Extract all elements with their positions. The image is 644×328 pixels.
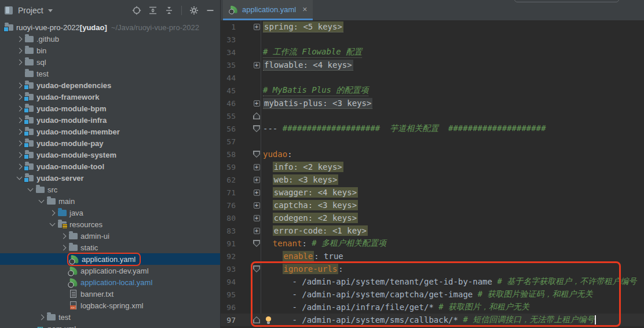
fold-collapse-icon[interactable] [253, 125, 260, 132]
tree-item-banner-txt[interactable]: banner.txt [0, 288, 220, 300]
tree-item-static[interactable]: static [0, 242, 220, 253]
fold-expand-icon[interactable]: + [254, 177, 260, 183]
fold-expand-icon[interactable]: + [254, 24, 260, 30]
code-line-35[interactable]: 35+flowable: <4 keys> [221, 59, 644, 71]
code-line-44[interactable]: 44 [221, 71, 644, 84]
chevron-right-icon[interactable] [61, 245, 67, 250]
code-line-45[interactable]: 45# MyBatis Plus 的配置项 [221, 84, 644, 97]
chevron-down-icon[interactable] [48, 9, 53, 12]
code-line-80[interactable]: 80+codegen: <2 keys> [221, 212, 644, 224]
code-line-92[interactable]: 92enable: true [221, 250, 644, 263]
tree-item-sql[interactable]: sql [0, 56, 220, 68]
tree-item-application-local-yaml[interactable]: application-local.yaml [0, 276, 220, 288]
chevron-right-icon[interactable] [17, 59, 23, 65]
tree-item-project-root[interactable]: ruoyi-vue-pro-2022 [yudao]~/Java/ruoyi-v… [0, 21, 220, 33]
code-line-56[interactable]: 56--- #################### 芋道相关配置 ######… [221, 122, 644, 135]
tree-item-test[interactable]: test [0, 68, 220, 79]
fold-end-icon[interactable] [253, 112, 260, 119]
chevron-right-icon[interactable] [17, 140, 23, 146]
hide-icon[interactable] [205, 5, 215, 16]
fold-expand-icon[interactable]: + [254, 228, 260, 234]
tree-item-label: test [36, 70, 49, 78]
intention-bulb-icon[interactable] [265, 316, 272, 325]
fold-expand-icon[interactable]: + [254, 215, 260, 221]
tree-item-yudao-framework[interactable]: yudao-framework [0, 91, 220, 103]
tree-item-yudao-server[interactable]: yudao-server [0, 172, 220, 184]
chevron-down-icon[interactable] [50, 221, 56, 227]
tree-item-java[interactable]: java [0, 207, 220, 218]
chevron-right-icon[interactable] [17, 152, 23, 158]
chevron-down-icon[interactable] [28, 186, 34, 192]
fold-collapse-icon[interactable] [253, 265, 260, 272]
tree-item-yudao-module-member[interactable]: yudao-module-member [0, 126, 220, 137]
chevron-right-icon[interactable] [17, 94, 23, 100]
tree-item-application-yaml[interactable]: application.yaml [0, 253, 220, 265]
chevron-right-icon[interactable] [61, 233, 67, 239]
collapse-all-icon[interactable] [164, 5, 174, 16]
tree-item-admin-ui[interactable]: admin-ui [0, 230, 220, 242]
code-line-71[interactable]: 71+swagger: <4 keys> [221, 186, 644, 199]
fold-expand-icon[interactable]: + [254, 62, 260, 68]
locate-icon[interactable] [131, 5, 142, 16]
code-line-57[interactable]: 57 [221, 135, 644, 148]
code-editor[interactable]: 1+spring: <5 keys>3334# 工作流 Flowable 配置3… [221, 20, 644, 328]
code-line-1[interactable]: 1+spring: <5 keys> [221, 20, 644, 33]
code-line-34[interactable]: 34# 工作流 Flowable 配置 [221, 46, 644, 59]
chevron-right-icon[interactable] [17, 117, 23, 123]
fold-expand-icon[interactable]: + [254, 202, 260, 209]
chevron-right-icon[interactable] [17, 105, 23, 111]
code-line-83[interactable]: 83+error-code: <1 key> [221, 224, 644, 237]
code-line-59[interactable]: 59+info: <2 keys> [221, 161, 644, 173]
tree-item-src[interactable]: src [0, 184, 220, 195]
tree-item-yudao-module-pay[interactable]: yudao-module-pay [0, 137, 220, 149]
chevron-right-icon[interactable] [17, 163, 23, 169]
tree-item-yudao-dependencies[interactable]: yudao-dependencies [0, 79, 220, 91]
close-icon[interactable]: × [302, 5, 307, 14]
chevron-down-icon[interactable] [39, 198, 45, 203]
project-panel-title[interactable]: Project [18, 6, 43, 15]
chevron-right-icon[interactable] [17, 36, 23, 42]
fold-collapse-icon[interactable] [253, 240, 260, 247]
chevron-down-icon[interactable] [17, 174, 23, 180]
code-line-58[interactable]: 58yudao: [221, 148, 644, 161]
tree-item-main[interactable]: main [0, 195, 220, 207]
line-number: 56 [221, 125, 236, 133]
fold-expand-icon[interactable]: + [254, 189, 260, 196]
tree-item-yudao-module-infra[interactable]: yudao-module-infra [0, 114, 220, 126]
fold-end-icon[interactable] [253, 316, 260, 323]
tree-item-yudao-module-system[interactable]: yudao-module-system [0, 149, 220, 161]
code-line-91[interactable]: 91tenant: # 多租户相关配置项 [221, 237, 644, 250]
tree-item-pom-xml[interactable]: mpom.xml [0, 323, 220, 328]
code-line-96[interactable]: 96- /admin-api/infra/file/get/* # 获取图片，和… [221, 301, 644, 314]
tree-item-yudao-module-bpm[interactable]: yudao-module-bpm [0, 103, 220, 114]
code-line-93[interactable]: 93ignore-urls: [221, 263, 644, 275]
code-line-55[interactable]: 55 [221, 110, 644, 122]
code-line-62[interactable]: 62+web: <3 keys> [221, 173, 644, 186]
tree-item--github[interactable]: .github [0, 33, 220, 45]
code-line-46[interactable]: 46+mybatis-plus: <3 keys> [221, 97, 644, 110]
tree-item-yudao-module-tool[interactable]: yudao-module-tool [0, 161, 220, 172]
code-line-95[interactable]: 95- /admin-api/system/captcha/get-image … [221, 288, 644, 301]
chevron-right-icon[interactable] [17, 129, 23, 134]
fold-collapse-icon[interactable] [253, 151, 260, 158]
tree-item-logback-spring-xml[interactable]: logback-spring.xml [0, 300, 220, 311]
tree-item-bin[interactable]: bin [0, 45, 220, 56]
chevron-right-icon[interactable] [39, 314, 45, 320]
code-line-33[interactable]: 33 [221, 33, 644, 46]
code-line-97[interactable]: 97- /admin-api/system/sms/callback/* # 短… [221, 314, 644, 326]
chevron-right-icon[interactable] [50, 210, 56, 216]
tree-item-resources[interactable]: resources [0, 218, 220, 230]
code-line-94[interactable]: 94- /admin-api/system/tenant/get-id-by-n… [221, 275, 644, 288]
text-caret [595, 315, 596, 325]
line-number: 34 [221, 48, 236, 57]
chevron-right-icon[interactable] [17, 82, 23, 88]
tree-item-test[interactable]: test [0, 311, 220, 323]
fold-expand-icon[interactable]: + [254, 164, 260, 170]
tree-item-application-dev-yaml[interactable]: application-dev.yaml [0, 265, 220, 276]
settings-icon[interactable] [189, 5, 199, 16]
chevron-right-icon[interactable] [17, 48, 23, 53]
expand-all-icon[interactable] [148, 5, 158, 16]
code-line-76[interactable]: 76+captcha: <3 keys> [221, 199, 644, 212]
tab-application-yaml[interactable]: application.yaml × [223, 0, 313, 20]
fold-expand-icon[interactable]: + [254, 100, 260, 107]
